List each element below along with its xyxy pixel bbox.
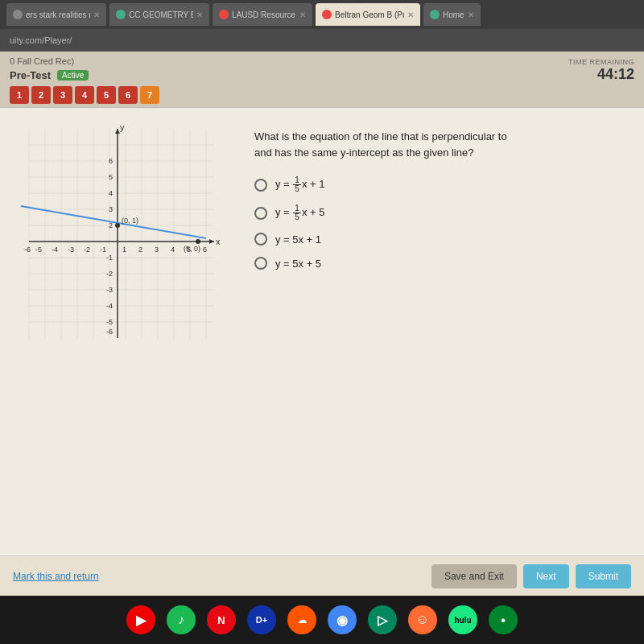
svg-text:-6: -6 [24, 246, 31, 254]
svg-text:-4: -4 [52, 246, 58, 254]
hulu-icon[interactable]: hulu [448, 605, 477, 634]
svg-text:4: 4 [109, 189, 113, 197]
mark-return-link[interactable]: Mark this and return [13, 571, 99, 582]
play-icon[interactable]: ▷ [368, 605, 397, 634]
q-btn-4[interactable]: 4 [75, 86, 94, 104]
q-btn-5[interactable]: 5 [97, 86, 116, 104]
submit-button[interactable]: Submit [576, 564, 631, 588]
address-text: uity.com/Player/ [10, 35, 72, 45]
svg-text:5: 5 [109, 173, 113, 181]
answer-option-a[interactable]: y = 15x + 1 [254, 176, 631, 193]
svg-text:(5, 0): (5, 0) [184, 245, 200, 253]
netflix-icon[interactable]: N [207, 605, 236, 634]
svg-text:-2: -2 [106, 270, 113, 278]
bottom-bar: Mark this and return Save and Exit Next … [0, 555, 644, 596]
svg-point-56 [196, 239, 200, 244]
spotify-icon[interactable]: ♪ [167, 605, 196, 634]
svg-text:-4: -4 [106, 302, 113, 310]
meet-icon[interactable]: ● [489, 605, 518, 634]
address-bar: uity.com/Player/ [0, 29, 644, 52]
svg-text:y: y [120, 122, 125, 132]
status-badge: Active [57, 70, 89, 80]
radio-a[interactable] [254, 179, 267, 192]
browser-tabs: ers stark realities r ✕ CC GEOMETRY B: T… [0, 0, 644, 29]
svg-text:6: 6 [109, 157, 113, 165]
timer-area: TIME REMAINING 44:12 [568, 58, 634, 83]
svg-text:-1: -1 [106, 254, 113, 262]
answer-option-c[interactable]: y = 5x + 1 [254, 233, 631, 246]
timer-value: 44:12 [568, 66, 634, 83]
svg-text:-3: -3 [106, 286, 113, 294]
svg-text:1: 1 [122, 246, 126, 254]
answer-text-c: y = 5x + 1 [275, 233, 321, 246]
svg-text:-5: -5 [106, 318, 113, 326]
answer-text-a: y = 15x + 1 [275, 176, 324, 193]
question-text: What is the equation of the line that is… [254, 129, 631, 160]
svg-text:(0, 1): (0, 1) [122, 217, 138, 225]
next-button[interactable]: Next [523, 564, 569, 588]
question-nav: 1 2 3 4 5 6 7 [10, 86, 634, 104]
radio-d[interactable] [254, 257, 267, 270]
tab-1[interactable]: ers stark realities r ✕ [6, 3, 106, 26]
answer-text-d: y = 5x + 5 [275, 258, 321, 270]
answer-option-d[interactable]: y = 5x + 5 [254, 257, 631, 270]
svg-text:4: 4 [171, 246, 175, 254]
svg-text:6: 6 [203, 246, 207, 254]
svg-text:-3: -3 [68, 246, 74, 254]
timer-label: TIME REMAINING [568, 58, 634, 66]
question-area: x y 1 2 3 4 5 6 -1 -2 -3 -4 -5 -6 2 3 4 … [0, 108, 644, 555]
top-bar: 0 Fall Cred Rec) Pre-Test Active 1 2 3 4… [0, 52, 644, 108]
svg-point-54 [115, 223, 120, 228]
svg-text:3: 3 [155, 246, 159, 254]
q-btn-6[interactable]: 6 [118, 86, 138, 104]
svg-line-53 [21, 206, 206, 238]
tab-4-active[interactable]: Beltran Geom B (Prescrip ✕ [316, 3, 420, 26]
svg-text:-1: -1 [100, 246, 106, 254]
radio-c[interactable] [254, 233, 267, 246]
course-title: 0 Fall Cred Rec) [10, 56, 634, 66]
test-type: Pre-Test [10, 69, 51, 81]
svg-text:3: 3 [109, 205, 113, 213]
disney-icon[interactable]: D+ [247, 605, 276, 634]
taskbar: ▶ ♪ N D+ ☁ ◉ ▷ ☺ hulu ● [0, 596, 644, 644]
svg-text:-5: -5 [35, 246, 42, 254]
main-content: 0 Fall Cred Rec) Pre-Test Active 1 2 3 4… [0, 52, 644, 596]
save-exit-button[interactable]: Save and Exit [431, 564, 517, 588]
soundcloud-icon[interactable]: ☁ [287, 605, 316, 634]
answer-option-b[interactable]: y = 15x + 5 [254, 204, 631, 221]
q-btn-1[interactable]: 1 [10, 86, 29, 104]
graph-container: x y 1 2 3 4 5 6 -1 -2 -3 -4 -5 -6 2 3 4 … [13, 121, 238, 543]
question-panel: What is the equation of the line that is… [254, 121, 631, 543]
q-btn-7[interactable]: 7 [140, 86, 159, 104]
svg-text:2: 2 [138, 246, 142, 254]
bottom-buttons: Save and Exit Next Submit [431, 564, 631, 588]
svg-text:x: x [216, 237, 221, 246]
q-btn-2[interactable]: 2 [31, 86, 51, 104]
tab-5[interactable]: Home ✕ [423, 3, 481, 26]
tab-2[interactable]: CC GEOMETRY B: TERM ✕ [109, 3, 209, 26]
q-btn-3[interactable]: 3 [53, 86, 72, 104]
answer-text-b: y = 15x + 5 [275, 204, 324, 221]
chrome-icon[interactable]: ◉ [328, 605, 357, 634]
user-icon[interactable]: ☺ [408, 605, 437, 634]
test-label-row: Pre-Test Active [10, 69, 634, 81]
graph-svg: x y 1 2 3 4 5 6 -1 -2 -3 -4 -5 -6 2 3 4 … [13, 121, 222, 346]
tab-3[interactable]: LAUSD Resource Page ✕ [213, 3, 312, 26]
svg-marker-26 [209, 239, 214, 244]
svg-text:-6: -6 [106, 328, 113, 336]
youtube-icon[interactable]: ▶ [126, 605, 155, 634]
radio-b[interactable] [254, 207, 267, 220]
svg-text:-2: -2 [84, 246, 90, 254]
